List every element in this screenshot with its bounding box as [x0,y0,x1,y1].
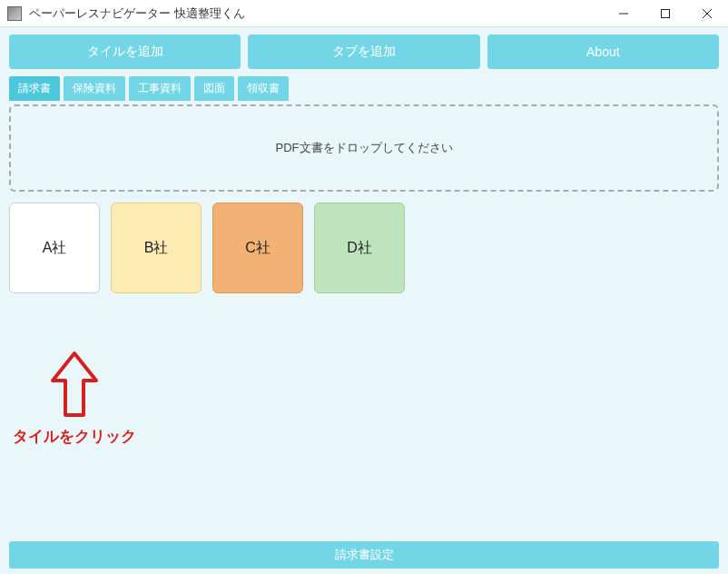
top-button-row: タイルを追加 タブを追加 About [0,27,728,76]
tab-construction[interactable]: 工事資料 [129,76,191,101]
tab-invoices[interactable]: 請求書 [9,76,60,101]
tab-insurance[interactable]: 保険資料 [64,76,125,101]
tile-label: D社 [347,239,372,258]
window-close-button[interactable] [686,0,728,27]
tile-label: B社 [144,239,169,258]
settings-button-label: 請求書設定 [335,547,394,563]
tab-drawings[interactable]: 図面 [194,76,234,101]
arrow-up-icon [47,350,102,422]
window-title: ペーパーレスナビゲーター 快適整理くん [29,5,245,22]
tile-label: C社 [245,239,271,258]
tab-receipts[interactable]: 領収書 [238,76,289,101]
about-button[interactable]: About [487,35,719,69]
add-tab-button[interactable]: タブを追加 [248,35,479,69]
dropzone-hint: PDF文書をドロップしてください [276,140,453,156]
pdf-drop-zone[interactable]: PDF文書をドロップしてください [9,104,719,192]
app-icon [7,6,22,21]
tab-panel: PDF文書をドロップしてください A社 B社 C社 D社 [9,104,719,293]
window-titlebar: ペーパーレスナビゲーター 快適整理くん [0,0,728,27]
window-minimize-button[interactable] [603,0,644,27]
tile-company-d[interactable]: D社 [314,203,405,293]
tile-label: A社 [43,239,67,258]
annotation: タイルをクリック [13,350,136,447]
tab-bar: 請求書 保険資料 工事資料 図面 領収書 [0,76,728,101]
settings-button[interactable]: 請求書設定 [9,541,719,569]
tile-company-c[interactable]: C社 [212,203,303,293]
client-area: タイルを追加 タブを追加 About 請求書 保険資料 工事資料 図面 領収書 … [0,27,728,574]
svg-rect-1 [662,9,670,17]
window-maximize-button[interactable] [644,0,686,27]
tile-grid: A社 B社 C社 D社 [9,203,719,293]
tile-company-b[interactable]: B社 [111,203,202,293]
annotation-text: タイルをクリック [13,426,136,447]
tile-company-a[interactable]: A社 [9,203,100,293]
add-tile-button[interactable]: タイルを追加 [9,35,241,69]
